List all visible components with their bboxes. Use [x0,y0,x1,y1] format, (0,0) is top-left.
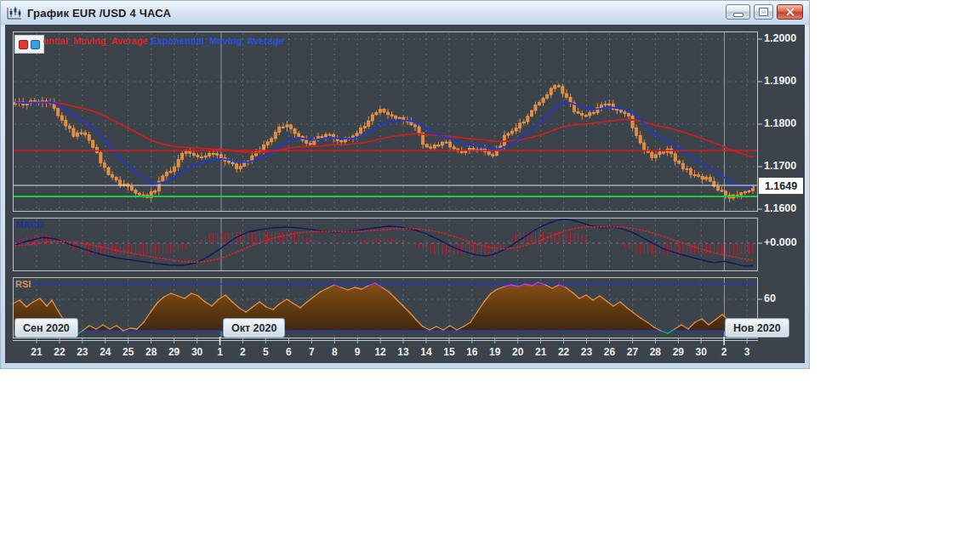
date-tick-label: 30 [191,346,202,358]
date-tick-label: 22 [54,346,65,358]
legend-ema-blue: Exponential_Moving_Average [151,36,283,46]
date-tick-label: 26 [604,346,615,358]
date-tick-label: 2 [721,346,727,358]
macd-panel-label: MACD [15,219,43,230]
chart-window: График EUR /USD 4 ЧАСА ential_Moving_Ave… [0,0,810,369]
current-price-badge: 1.1649 [759,178,803,194]
date-tick-label: 28 [650,346,661,358]
date-tick-label: 8 [332,346,338,358]
date-tick-label: 23 [77,346,88,358]
date-tick-label: 29 [168,346,179,358]
date-tick-label: 20 [512,346,523,358]
price-chart-surface[interactable] [1,1,811,370]
date-tick-label: 1 [217,346,223,358]
date-tick-label: 24 [100,346,111,358]
price-tick-label: 1.2000 [764,32,796,44]
date-tick-label: 15 [443,346,454,358]
date-tick-label: 13 [397,346,408,358]
month-button[interactable]: Сен 2020 [14,318,78,338]
date-tick-label: 22 [558,346,569,358]
month-button[interactable]: Окт 2020 [223,318,285,338]
date-tick-label: 16 [466,346,477,358]
price-tick-label: 1.1700 [764,160,796,172]
date-tick-label: 3 [744,346,750,358]
date-tick-label: 19 [489,346,500,358]
date-tick-label: 7 [309,346,315,358]
date-tick-label: 21 [535,346,546,358]
date-tick-label: 5 [263,346,269,358]
price-tick-label: 1.1600 [764,202,796,214]
macd-zero-label: +0.000 [764,236,797,248]
blue-indicator-button[interactable] [31,40,40,49]
page: График EUR /USD 4 ЧАСА ential_Moving_Ave… [0,0,980,551]
rsi-panel-label: RSI [15,279,31,289]
date-tick-label: 29 [673,346,684,358]
indicator-buttons [14,35,44,54]
date-tick-label: 25 [122,346,134,358]
date-tick-label: 6 [286,346,292,358]
date-tick-label: 23 [581,346,592,358]
date-tick-label: 21 [31,346,42,358]
date-tick-label: 30 [696,346,707,358]
red-indicator-button[interactable] [19,40,28,49]
date-tick-label: 12 [374,346,385,358]
month-button[interactable]: Нов 2020 [725,318,789,338]
date-tick-label: 2 [240,346,246,358]
date-tick-label: 9 [355,346,361,358]
legend: ential_Moving_Average Exponential_Moving… [43,36,284,46]
date-tick-label: 14 [420,346,431,358]
legend-ema-red: ential_Moving_Average [43,36,147,46]
date-tick-label: 28 [145,346,157,358]
price-tick-label: 1.1900 [764,75,796,87]
rsi-level-label: 60 [764,293,776,304]
price-tick-label: 1.1800 [764,117,796,129]
date-tick-label: 27 [627,346,638,358]
